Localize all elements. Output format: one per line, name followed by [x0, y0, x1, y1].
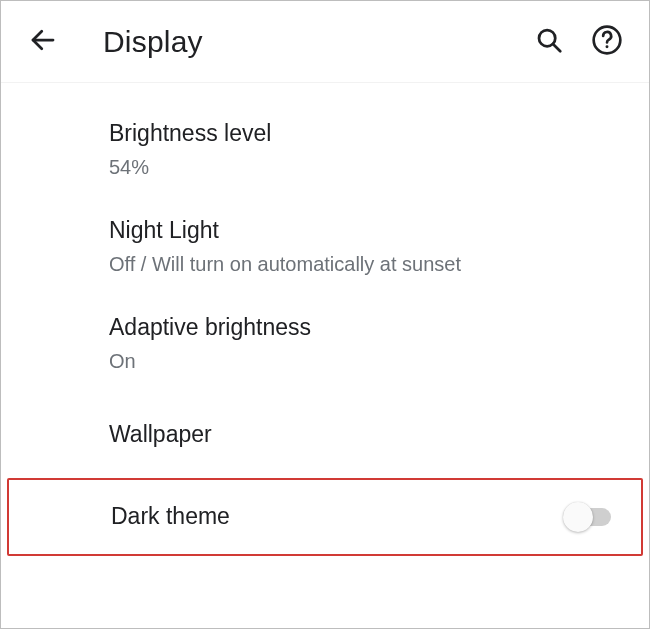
- highlight-box: Dark theme: [7, 478, 643, 556]
- setting-title: Brightness level: [109, 119, 629, 149]
- app-header: Display: [1, 1, 649, 83]
- search-button[interactable]: [527, 20, 571, 64]
- setting-subtitle: Off / Will turn on automatically at suns…: [109, 251, 629, 277]
- setting-text: Night Light Off / Will turn on automatic…: [109, 216, 629, 277]
- setting-subtitle: On: [109, 348, 629, 374]
- svg-point-4: [606, 45, 609, 48]
- setting-text: Wallpaper: [109, 420, 629, 450]
- page-title: Display: [103, 25, 513, 59]
- setting-night-light[interactable]: Night Light Off / Will turn on automatic…: [1, 198, 649, 295]
- setting-dark-theme[interactable]: Dark theme: [111, 480, 641, 554]
- settings-list: Brightness level 54% Night Light Off / W…: [1, 83, 649, 556]
- help-button[interactable]: [585, 20, 629, 64]
- setting-title: Wallpaper: [109, 420, 629, 450]
- setting-text: Brightness level 54%: [109, 119, 629, 180]
- help-icon: [591, 24, 623, 59]
- setting-title: Dark theme: [111, 502, 563, 532]
- setting-text: Adaptive brightness On: [109, 313, 629, 374]
- setting-brightness[interactable]: Brightness level 54%: [1, 101, 649, 198]
- arrow-left-icon: [28, 25, 58, 58]
- setting-subtitle: 54%: [109, 154, 629, 180]
- setting-title: Adaptive brightness: [109, 313, 629, 343]
- setting-title: Night Light: [109, 216, 629, 246]
- setting-text: Dark theme: [111, 502, 563, 532]
- toggle-thumb: [563, 502, 593, 532]
- setting-wallpaper[interactable]: Wallpaper: [1, 392, 649, 478]
- svg-line-2: [553, 44, 560, 51]
- back-button[interactable]: [21, 20, 65, 64]
- dark-theme-toggle[interactable]: [563, 502, 619, 532]
- setting-adaptive-brightness[interactable]: Adaptive brightness On: [1, 295, 649, 392]
- search-icon: [534, 25, 564, 58]
